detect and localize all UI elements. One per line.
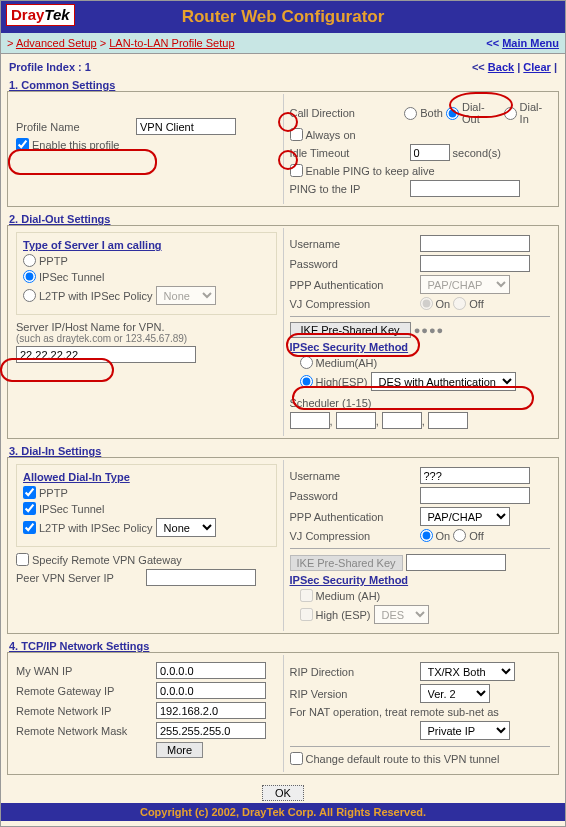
peer-ip-input[interactable] <box>146 569 256 586</box>
sched-2-input[interactable] <box>336 412 376 429</box>
di-vj-label: VJ Compression <box>290 530 420 542</box>
do-secmethod-title: IPSec Security Method <box>290 341 551 353</box>
rmask-label: Remote Network Mask <box>16 725 156 737</box>
do-username-input[interactable] <box>420 235 530 252</box>
nat-select[interactable]: Private IP <box>420 721 510 740</box>
ike-psk-dots: ●●●● <box>414 324 445 336</box>
di-pppauth-label: PPP Authentication <box>290 511 420 523</box>
crumb-sep1: > <box>7 37 13 49</box>
call-dir-dialout-label: Dial-Out <box>462 101 501 125</box>
rgw-input[interactable] <box>156 682 266 699</box>
do-esp-select[interactable]: DES with Authentication <box>371 372 516 391</box>
rgw-label: Remote Gateway IP <box>16 685 156 697</box>
idle-timeout-input[interactable] <box>410 144 450 161</box>
di-username-label: Username <box>290 470 420 482</box>
di-vj-on-label: On <box>436 530 451 542</box>
server-ip-label: Server IP/Host Name for VPN. <box>16 321 277 333</box>
ipsec-radio[interactable] <box>23 270 36 283</box>
rnet-label: Remote Network IP <box>16 705 156 717</box>
more-button[interactable]: More <box>156 742 203 758</box>
peer-ip-label: Peer VPN Server IP <box>16 572 146 584</box>
clear-link[interactable]: Clear <box>523 61 551 73</box>
di-l2tp-policy-select[interactable]: None <box>156 518 216 537</box>
back-link[interactable]: Back <box>488 61 514 73</box>
logo-bold: Dray <box>11 6 44 23</box>
di-ike-psk-button: IKE Pre-Shared Key <box>290 555 403 571</box>
ok-button[interactable]: OK <box>262 785 304 801</box>
ripdir-select[interactable]: TX/RX Both <box>420 662 515 681</box>
call-dir-dialout-radio[interactable] <box>446 107 459 120</box>
do-vj-off-label: Off <box>469 298 483 310</box>
logo-rest: Tek <box>44 6 69 23</box>
di-high-checkbox[interactable] <box>300 608 313 621</box>
allowed-type-title: Allowed Dial-In Type <box>23 471 270 483</box>
do-medium-radio[interactable] <box>300 356 313 369</box>
di-pptp-label: PPTP <box>39 487 68 499</box>
di-password-input[interactable] <box>420 487 530 504</box>
server-type-title: Type of Server I am calling <box>23 239 270 251</box>
ping-ip-input[interactable] <box>410 180 520 197</box>
di-pppauth-select[interactable]: PAP/CHAP <box>420 507 510 526</box>
do-vj-on-label: On <box>436 298 451 310</box>
rmask-input[interactable] <box>156 722 266 739</box>
chg-route-label: Change default route to this VPN tunnel <box>306 753 500 765</box>
do-password-label: Password <box>290 258 420 270</box>
di-vj-off-radio[interactable] <box>453 529 466 542</box>
l2tp-radio[interactable] <box>23 289 36 302</box>
do-vj-on-radio[interactable] <box>420 297 433 310</box>
enable-profile-checkbox[interactable] <box>16 138 29 151</box>
main-menu-link[interactable]: Main Menu <box>502 37 559 49</box>
pptp-label: PPTP <box>39 255 68 267</box>
rnet-input[interactable] <box>156 702 266 719</box>
do-pppauth-select[interactable]: PAP/CHAP <box>420 275 510 294</box>
server-ip-hint: (such as draytek.com or 123.45.67.89) <box>16 333 277 344</box>
mywan-input[interactable] <box>156 662 266 679</box>
do-vj-off-radio[interactable] <box>453 297 466 310</box>
sched-3-input[interactable] <box>382 412 422 429</box>
do-password-input[interactable] <box>420 255 530 272</box>
server-ip-input[interactable] <box>16 346 196 363</box>
nat-text: For NAT operation, treat remote sub-net … <box>290 706 499 718</box>
di-medium-checkbox[interactable] <box>300 589 313 602</box>
di-secmethod-title: IPSec Security Method <box>290 574 551 586</box>
section1-title: 1. Common Settings <box>9 79 559 91</box>
di-ipsec-checkbox[interactable] <box>23 502 36 515</box>
sched-4-input[interactable] <box>428 412 468 429</box>
profile-name-label: Profile Name <box>16 121 136 133</box>
scheduler-label: Scheduler (1-15) <box>290 397 551 409</box>
call-dir-both-radio[interactable] <box>404 107 417 120</box>
do-high-label: High(ESP) <box>316 376 368 388</box>
di-ike-psk-input[interactable] <box>406 554 506 571</box>
di-vj-on-radio[interactable] <box>420 529 433 542</box>
ripver-label: RIP Version <box>290 688 420 700</box>
crumb-lan-to-lan[interactable]: LAN-to-LAN Profile Setup <box>109 37 234 49</box>
always-on-checkbox[interactable] <box>290 128 303 141</box>
call-dir-dialin-radio[interactable] <box>504 107 517 120</box>
crumb-mm-prefix: << <box>486 37 502 49</box>
do-high-radio[interactable] <box>300 375 313 388</box>
sched-1-input[interactable] <box>290 412 330 429</box>
title-bar: DrayTek Router Web Configurator <box>1 1 565 33</box>
di-pptp-checkbox[interactable] <box>23 486 36 499</box>
ripver-select[interactable]: Ver. 2 <box>420 684 490 703</box>
mywan-label: My WAN IP <box>16 665 156 677</box>
section4-title: 4. TCP/IP Network Settings <box>9 640 559 652</box>
chg-route-checkbox[interactable] <box>290 752 303 765</box>
di-ipsec-label: IPSec Tunnel <box>39 503 104 515</box>
pptp-radio[interactable] <box>23 254 36 267</box>
l2tp-label: L2TP with IPSec Policy <box>39 290 153 302</box>
crumb-advanced-setup[interactable]: Advanced Setup <box>16 37 97 49</box>
di-username-input[interactable] <box>420 467 530 484</box>
specify-remote-checkbox[interactable] <box>16 553 29 566</box>
idle-timeout-label: Idle Timeout <box>290 147 410 159</box>
di-esp-select[interactable]: DES <box>374 605 429 624</box>
app-title: Router Web Configurator <box>182 7 385 26</box>
profile-index: Profile Index : 1 <box>9 61 91 73</box>
ping-keepalive-checkbox[interactable] <box>290 164 303 177</box>
do-username-label: Username <box>290 238 420 250</box>
section2-title: 2. Dial-Out Settings <box>9 213 559 225</box>
profile-name-input[interactable] <box>136 118 236 135</box>
l2tp-policy-select[interactable]: None <box>156 286 216 305</box>
ike-psk-button[interactable]: IKE Pre-Shared Key <box>290 322 411 338</box>
di-l2tp-checkbox[interactable] <box>23 521 36 534</box>
